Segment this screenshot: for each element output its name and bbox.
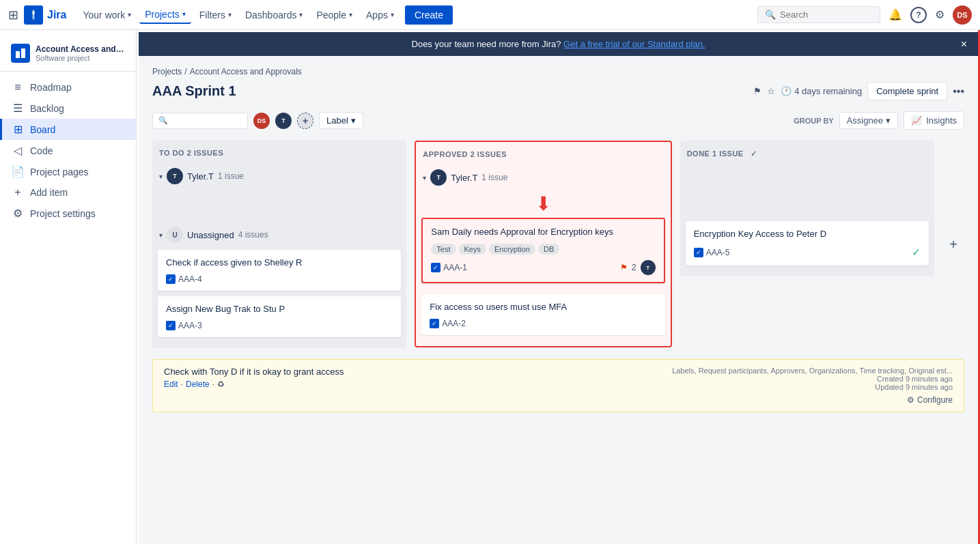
insights-button[interactable]: 📈 Insights — [904, 111, 964, 130]
nav-people[interactable]: People ▾ — [311, 7, 358, 23]
card-title: Check if access given to Shelley R — [166, 257, 393, 269]
todo-column-title: TO DO 2 ISSUES — [159, 149, 223, 157]
create-button[interactable]: Create — [405, 5, 453, 25]
approved-column-title: APPROVED 2 ISSUES — [423, 150, 507, 158]
filter-avatar-t[interactable]: T — [275, 113, 292, 129]
sidebar-item-add-item[interactable]: + Add item — [0, 182, 136, 203]
card-id-aaa1: ✓ AAA-1 — [431, 263, 467, 272]
jira-logo-text: Jira — [47, 9, 66, 21]
main-content: Does your team need more from Jira? Get … — [139, 32, 978, 544]
card-aaa5[interactable]: Encryption Key Access to Peter D ✓ AAA-5… — [686, 221, 929, 266]
todo-column-header: TO DO 2 ISSUES — [158, 146, 401, 162]
assignee-group-header-unassigned[interactable]: ▾ U Unassigned 4 issues — [158, 224, 401, 246]
nav-projects[interactable]: Projects ▾ — [139, 6, 191, 24]
complete-sprint-button[interactable]: Complete sprint — [867, 82, 947, 100]
sidebar-item-project-settings[interactable]: ⚙ Project settings — [0, 203, 136, 224]
help-icon[interactable]: ? — [910, 7, 927, 23]
tyler-approved-header[interactable]: ▾ T Tyler.T 1 issue — [421, 167, 664, 188]
assignee-dropdown[interactable]: Assignee ▾ — [839, 112, 898, 129]
notifications-icon[interactable]: 🔔 — [886, 5, 905, 24]
jira-logo-icon — [24, 5, 43, 25]
search-icon-small: 🔍 — [158, 116, 168, 125]
user-avatar[interactable]: DS — [953, 5, 972, 25]
card-title-aaa5: Encryption Key Access to Peter D — [694, 228, 921, 240]
edit-link[interactable]: Edit — [164, 380, 178, 389]
bottom-labels-text: Labels, Request participants, Approvers,… — [672, 367, 953, 375]
search-input[interactable] — [780, 10, 873, 20]
assignee-name-tyler: Tyler.T — [187, 171, 214, 182]
breadcrumb-projects[interactable]: Projects — [152, 67, 182, 76]
assignee-group-unassigned-approved: Fix access so users must use MFA ✓ AAA-2 — [421, 289, 664, 335]
card-aaa2[interactable]: Fix access so users must use MFA ✓ AAA-2 — [421, 294, 664, 335]
tyler-avatar-2: T — [430, 169, 447, 186]
card-aaa3[interactable]: Assign New Bug Trak to Stu P ✓ AAA-3 — [158, 296, 401, 337]
card-id-aaa3: ✓ AAA-3 — [166, 321, 202, 330]
nav-your-work[interactable]: Your work ▾ — [77, 7, 137, 23]
sprint-actions: ⚑ ☆ 🕐 4 days remaining Complete sprint •… — [753, 82, 964, 100]
star-icon[interactable]: ☆ — [767, 86, 775, 96]
bottom-right-info: Labels, Request participants, Approvers,… — [672, 367, 953, 405]
sidebar-item-roadmap[interactable]: ≡ Roadmap — [0, 77, 136, 98]
sidebar-item-backlog[interactable]: ☰ Backlog — [0, 98, 136, 119]
breadcrumb-project-name[interactable]: Account Access and Approvals — [190, 67, 302, 76]
nav-filters[interactable]: Filters ▾ — [194, 7, 237, 23]
tag-test: Test — [431, 244, 456, 255]
flag-count: 2 — [632, 263, 636, 272]
assignee-group-unassigned-todo: ▾ U Unassigned 4 issues Check if access … — [158, 224, 401, 337]
card-aaa1-highlighted[interactable]: Sam Daily needs Approval for Encryption … — [421, 218, 664, 283]
add-column-button[interactable]: + — [942, 233, 964, 255]
unassigned-avatar: U — [167, 227, 183, 243]
banner-text: Does your team need more from Jira? — [412, 39, 561, 49]
bottom-task-section: Check with Tony D if it is okay to grant… — [152, 359, 964, 412]
project-settings-icon: ⚙ — [11, 207, 25, 220]
assignee-group-header-tyler[interactable]: ▾ T Tyler.T 1 issue — [158, 165, 401, 187]
group-by-label: GROUP BY — [794, 117, 833, 125]
banner-link[interactable]: Get a free trial of our Standard plan. — [563, 39, 705, 49]
grid-icon[interactable]: ⊞ — [8, 8, 18, 23]
board-icon: ⊞ — [11, 123, 25, 136]
todo-column: TO DO 2 ISSUES ▾ T Tyler.T 1 issue — [152, 141, 406, 348]
filter-avatar-add[interactable]: + — [297, 113, 313, 129]
delete-link[interactable]: Delete — [186, 380, 210, 389]
card-footer: ✓ AAA-3 — [166, 321, 393, 330]
card-id-aaa4: ✓ AAA-4 — [166, 274, 202, 284]
card-aaa4[interactable]: Check if access given to Shelley R ✓ AAA… — [158, 250, 401, 291]
roadmap-icon: ≡ — [11, 81, 25, 94]
configure-button[interactable]: ⚙ Configure — [672, 395, 953, 405]
bottom-task-text: Check with Tony D if it is okay to grant… — [164, 367, 344, 377]
nav-dashboards[interactable]: Dashboards ▾ — [240, 7, 309, 23]
banner-close-button[interactable]: × — [961, 38, 967, 51]
sidebar-item-label: Backlog — [30, 103, 64, 114]
sidebar-project: Account Access and Ap... Software projec… — [0, 38, 136, 72]
sprint-time: 🕐 4 days remaining — [781, 86, 862, 96]
filter-avatar-ds[interactable]: DS — [253, 113, 270, 129]
card-footer-aaa2: ✓ AAA-2 — [430, 319, 656, 328]
label-dropdown[interactable]: Label ▾ — [319, 112, 363, 129]
tyler-todo-empty — [158, 191, 401, 218]
assignee-group-unassigned-done: Encryption Key Access to Peter D ✓ AAA-5… — [686, 194, 929, 266]
sidebar-item-project-pages[interactable]: 📄 Project pages — [0, 161, 136, 182]
content-area: Projects / Account Access and Approvals … — [139, 56, 978, 423]
checkbox-icon-2: ✓ — [166, 321, 176, 330]
sidebar-item-label: Code — [30, 145, 53, 156]
checkbox-aaa1: ✓ — [431, 263, 440, 272]
pages-icon: 📄 — [11, 165, 25, 178]
sidebar-item-board[interactable]: ⊞ Board — [0, 119, 136, 140]
jira-logo[interactable]: Jira — [24, 5, 66, 25]
settings-icon[interactable]: ⚙ — [932, 5, 947, 24]
search-box[interactable]: 🔍 — [757, 6, 880, 23]
card-footer: ✓ AAA-4 — [166, 274, 393, 284]
bottom-task-info: Check with Tony D if it is okay to grant… — [164, 367, 344, 389]
chevron-down-icon: ▾ — [351, 115, 356, 126]
card-title-aaa2: Fix access so users must use MFA — [430, 301, 656, 313]
sidebar: Account Access and Ap... Software projec… — [0, 30, 137, 544]
nav-apps[interactable]: Apps ▾ — [361, 7, 400, 23]
tyler-done-empty — [686, 167, 929, 194]
done-column-chevron[interactable]: ✓ — [751, 149, 757, 158]
assignee-group-tyler-todo: ▾ T Tyler.T 1 issue — [158, 165, 401, 218]
sidebar-item-code[interactable]: ◁ Code — [0, 140, 136, 161]
filter-search-box[interactable]: 🔍 — [152, 113, 248, 129]
assignee-avatar-card: T — [641, 260, 656, 275]
more-options-icon[interactable]: ••• — [953, 85, 964, 98]
filter-search-input[interactable] — [171, 116, 242, 126]
